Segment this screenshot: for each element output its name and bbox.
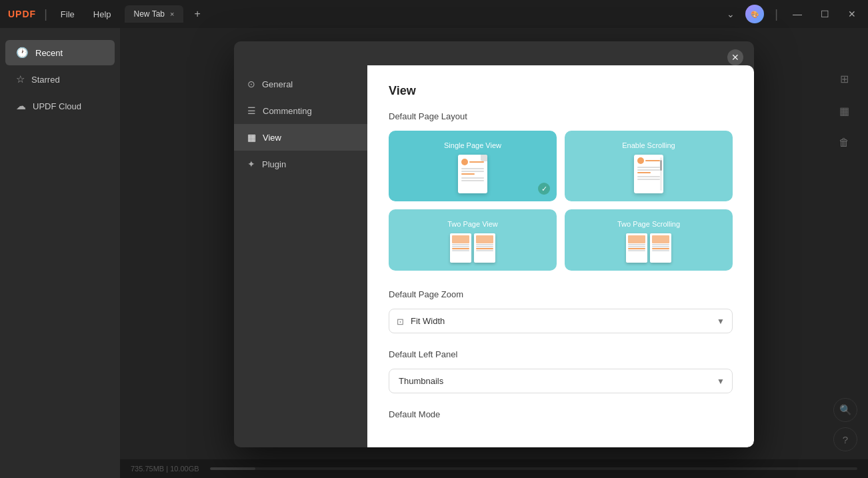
content-area: ⊞ ▦ 🗑 🔍 ? 735.75MB | 10.00GB ✕ bbox=[120, 28, 868, 478]
menu-help[interactable]: Help bbox=[88, 7, 117, 22]
right-divider: | bbox=[775, 7, 778, 21]
settings-nav-general[interactable]: ⊙ General bbox=[234, 71, 367, 97]
settings-nav-label-view: View bbox=[263, 133, 281, 143]
layout-option-scrolling-label: Enable Scrolling bbox=[622, 141, 675, 149]
default-page-zoom-label: Default Page Zoom bbox=[389, 289, 733, 299]
settings-nav-label-plugin: Plugin bbox=[262, 159, 286, 169]
commenting-nav-icon: ☰ bbox=[247, 105, 256, 116]
title-bar-right: ⌄ 🎨 | — ☐ ✕ bbox=[727, 5, 860, 23]
minimize-button[interactable]: — bbox=[789, 7, 806, 21]
menu-file[interactable]: File bbox=[55, 7, 80, 22]
starred-icon: ☆ bbox=[16, 73, 25, 85]
main-layout: 🕐 Recent ☆ Starred ☁ UPDF Cloud ⊞ ▦ 🗑 🔍 … bbox=[0, 28, 868, 478]
tab-label: New Tab bbox=[134, 9, 165, 19]
view-nav-icon: ▦ bbox=[247, 132, 256, 143]
user-avatar[interactable]: 🎨 bbox=[745, 5, 764, 23]
dropdown-icon[interactable]: ⌄ bbox=[727, 9, 735, 19]
page-zoom-dropdown[interactable]: Fit Width Fit Page 50% 75% 100% 125% 150… bbox=[389, 309, 733, 333]
sidebar-item-label-recent: Recent bbox=[35, 48, 63, 58]
plugin-nav-icon: ✦ bbox=[247, 159, 255, 169]
layout-option-single-label: Single Page View bbox=[444, 141, 501, 149]
maximize-button[interactable]: ☐ bbox=[817, 7, 833, 21]
layout-option-two-page-label: Two Page View bbox=[447, 220, 498, 228]
view-panel: View Default Page Layout Single Page Vie… bbox=[367, 65, 754, 447]
layout-option-single[interactable]: Single Page View bbox=[389, 131, 557, 201]
sidebar-item-label-starred: Starred bbox=[31, 75, 60, 85]
active-tab[interactable]: New Tab × bbox=[125, 5, 184, 23]
recent-icon: 🕐 bbox=[16, 47, 29, 59]
sidebar-item-label-cloud: UPDF Cloud bbox=[33, 101, 81, 111]
layout-option-two-page[interactable]: Two Page View bbox=[389, 209, 557, 271]
settings-panel-header: ✕ bbox=[234, 41, 754, 65]
left-panel-dropdown-wrapper: Thumbnails Bookmarks None ▼ bbox=[389, 369, 733, 393]
add-tab-button[interactable]: + bbox=[191, 5, 203, 23]
settings-body: ⊙ General ☰ Commenting ▦ View ✦ bbox=[234, 65, 754, 447]
settings-nav-label-general: General bbox=[262, 79, 293, 89]
layout-options-grid: Single Page View bbox=[389, 131, 733, 271]
two-page-scrolling-icon bbox=[626, 233, 671, 263]
general-nav-icon: ⊙ bbox=[247, 79, 255, 89]
scroll-indicator bbox=[660, 157, 662, 191]
sidebar-item-starred[interactable]: ☆ Starred bbox=[5, 67, 115, 92]
two-page-icon bbox=[450, 233, 495, 263]
single-page-icon bbox=[458, 155, 487, 193]
layout-option-two-page-scrolling-label: Two Page Scrolling bbox=[617, 220, 680, 228]
tab-close-button[interactable]: × bbox=[170, 10, 174, 18]
view-panel-title: View bbox=[389, 84, 733, 98]
default-page-layout-label: Default Page Layout bbox=[389, 111, 733, 121]
layout-option-scrolling[interactable]: Enable Scrolling bbox=[565, 131, 733, 201]
settings-nav-plugin[interactable]: ✦ Plugin bbox=[234, 151, 367, 177]
selected-checkmark: ✓ bbox=[538, 183, 550, 195]
cloud-icon: ☁ bbox=[16, 100, 26, 112]
left-panel-dropdown[interactable]: Thumbnails Bookmarks None bbox=[389, 369, 733, 393]
app-logo: UPDF bbox=[8, 9, 36, 19]
scrolling-page-icon bbox=[634, 155, 663, 193]
settings-nav-commenting[interactable]: ☰ Commenting bbox=[234, 97, 367, 124]
default-mode-label: Default Mode bbox=[389, 409, 733, 419]
settings-overlay: ✕ ⊙ General ☰ Commenting bbox=[120, 28, 868, 478]
sidebar-item-cloud[interactable]: ☁ UPDF Cloud bbox=[5, 93, 115, 119]
default-left-panel-label: Default Left Panel bbox=[389, 349, 733, 359]
settings-panel: ✕ ⊙ General ☰ Commenting bbox=[234, 41, 754, 447]
title-bar: UPDF | File Help New Tab × + ⌄ 🎨 | — ☐ ✕ bbox=[0, 0, 868, 28]
settings-nav: ⊙ General ☰ Commenting ▦ View ✦ bbox=[234, 65, 367, 447]
close-window-button[interactable]: ✕ bbox=[844, 7, 860, 21]
settings-close-button[interactable]: ✕ bbox=[727, 49, 743, 65]
settings-nav-view[interactable]: ▦ View bbox=[234, 124, 367, 151]
layout-option-two-page-scrolling[interactable]: Two Page Scrolling bbox=[565, 209, 733, 271]
title-divider: | bbox=[44, 7, 47, 21]
page-zoom-dropdown-wrapper: ⊡ Fit Width Fit Page 50% 75% 100% 125% 1… bbox=[389, 309, 733, 333]
sidebar-item-recent[interactable]: 🕐 Recent bbox=[5, 40, 115, 65]
sidebar: 🕐 Recent ☆ Starred ☁ UPDF Cloud bbox=[0, 28, 120, 478]
settings-nav-label-commenting: Commenting bbox=[263, 106, 312, 116]
